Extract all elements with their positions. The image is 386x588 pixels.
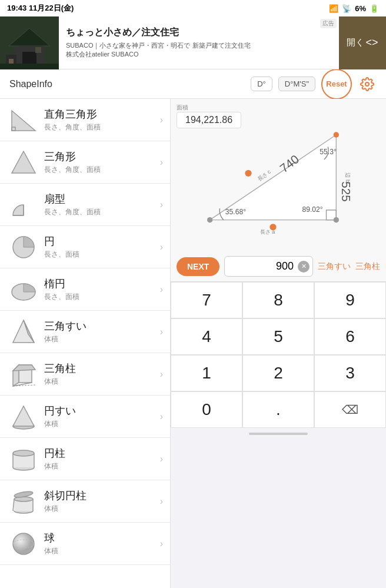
degree-dms-button[interactable]: D°M'S" [278, 77, 315, 91]
shape-cylinder-name: 円柱 [44, 446, 160, 460]
num-key-2[interactable]: 2 [242, 355, 314, 391]
shape-item-ellipse[interactable]: 楕円 長さ、面積 › [0, 268, 170, 311]
signal-icon: 📶 [329, 4, 338, 13]
time: 19:43 11月22日(金) [7, 3, 74, 14]
shape-right-triangle-name: 直角三角形 [44, 107, 160, 121]
shape-item-sphere[interactable]: 球 体積 › [0, 523, 170, 565]
area-label: 面積 [177, 104, 188, 112]
num-key-4[interactable]: 4 [171, 318, 242, 355]
shape-triangle-desc: 長さ、角度、面積 [44, 165, 160, 175]
shape-cylinder-info: 円柱 体積 [39, 446, 160, 471]
shape-sphere-name: 球 [44, 531, 160, 545]
shape-circle-info: 円 長さ、面積 [39, 234, 160, 260]
num-key-5[interactable]: 5 [242, 318, 314, 355]
main-layout: 直角三角形 長さ、角度、面積 › 三角形 長さ、角度、面積 › [0, 99, 386, 588]
triangular-pyramid-icon [7, 315, 39, 348]
right-triangle-icon [7, 104, 39, 136]
chevron-right-icon: › [160, 200, 163, 210]
shape-triangular-prism-info: 三角柱 体積 [39, 361, 160, 387]
shape-item-triangle[interactable]: 三角形 長さ、角度、面積 › [0, 141, 170, 184]
num-key-0[interactable]: 0 [171, 391, 242, 428]
status-icons: 📶 📡 6% 🔋 [329, 4, 379, 13]
shape-ellipse-name: 楕円 [44, 277, 160, 291]
battery-icon: 🔋 [370, 4, 379, 13]
ad-open-button[interactable]: 開く <> [339, 16, 386, 69]
svg-point-27 [13, 450, 34, 456]
shape-fan-desc: 長さ、角度、面積 [44, 207, 160, 217]
shape-oblique-cylinder-desc: 体積 [44, 504, 160, 514]
shape-item-fan[interactable]: 扇型 長さ、角度、面積 › [0, 184, 170, 226]
ad-subtitle: SUBACO｜小さな家を神戸・西宮・明石で 新築戸建て注文住宅 [66, 41, 332, 51]
shape-circle-desc: 長さ、面積 [44, 250, 160, 260]
triangular-prism-link[interactable]: 三角柱 [355, 261, 380, 272]
numpad: 7 8 9 4 5 6 1 2 3 0 . ⌫ [171, 281, 386, 428]
settings-gear-icon[interactable] [358, 75, 377, 94]
shape-circle-name: 円 [44, 234, 160, 248]
sphere-icon [7, 527, 39, 560]
num-key-7[interactable]: 7 [171, 282, 242, 318]
shape-fan-name: 扇型 [44, 192, 160, 206]
num-key-1[interactable]: 1 [171, 355, 242, 391]
svg-text:89.02°: 89.02° [302, 205, 322, 214]
chevron-right-icon: › [160, 539, 163, 549]
shape-item-oblique-cylinder[interactable]: 斜切円柱 体積 › [0, 480, 170, 523]
shape-item-right-triangle[interactable]: 直角三角形 長さ、角度、面積 › [0, 99, 170, 141]
shape-item-cone[interactable]: 円すい 体積 › [0, 396, 170, 438]
shape-triangle-info: 三角形 長さ、角度、面積 [39, 150, 160, 175]
num-key-6[interactable]: 6 [314, 318, 386, 355]
svg-marker-10 [12, 151, 35, 173]
circle-icon [7, 231, 39, 263]
shape-sphere-desc: 体積 [44, 546, 160, 556]
num-key-decimal[interactable]: . [242, 391, 314, 428]
shape-triangle-name: 三角形 [44, 150, 160, 164]
chevron-right-icon: › [160, 115, 163, 125]
ad-chevrons: <> [365, 36, 378, 49]
shape-triangular-prism-name: 三角柱 [44, 361, 160, 376]
ad-banner[interactable]: ちょっと小さめ／注文住宅 SUBACO｜小さな家を神戸・西宮・明石で 新築戸建て… [0, 16, 386, 69]
next-button[interactable]: NEXT [177, 257, 219, 276]
num-key-9[interactable]: 9 [314, 282, 386, 318]
chevron-right-icon: › [160, 284, 163, 295]
svg-rect-4 [35, 47, 41, 53]
home-indicator-bar [171, 428, 386, 440]
svg-line-34 [13, 499, 14, 511]
svg-text:525: 525 [340, 181, 353, 201]
chevron-right-icon: › [160, 496, 163, 507]
value-input-wrapper: ✕ [224, 256, 313, 277]
degree-d-button[interactable]: D° [251, 77, 272, 91]
wifi-icon: 📡 [342, 4, 351, 13]
reset-button[interactable]: Reset [321, 69, 352, 99]
ad-title: ちょっと小さめ／注文住宅 [66, 26, 332, 39]
triangular-prism-icon [7, 358, 39, 390]
cone-icon [7, 400, 39, 433]
ad-image [0, 16, 59, 69]
battery-label: 6% [355, 4, 366, 13]
triangular-pyramid-link[interactable]: 三角すい [318, 261, 351, 272]
header: ShapeInfo D° D°M'S" Reset [0, 69, 386, 99]
shape-sphere-info: 球 体積 [39, 531, 160, 556]
num-key-backspace[interactable]: ⌫ [314, 391, 386, 428]
chevron-right-icon: › [160, 454, 163, 464]
chevron-right-icon: › [160, 242, 163, 253]
input-row: NEXT ✕ 三角すい 三角柱 [171, 256, 386, 277]
shape-item-triangular-prism[interactable]: 三角柱 体積 › [0, 353, 170, 396]
clear-input-button[interactable]: ✕ [298, 261, 310, 273]
svg-point-42 [334, 217, 339, 222]
svg-rect-6 [9, 59, 14, 64]
right-panel: 面積 194,221.86 [171, 99, 386, 588]
svg-point-36 [13, 533, 34, 554]
shape-cone-info: 円すい 体積 [39, 404, 160, 429]
shape-item-triangular-pyramid[interactable]: 三角すい 体積 › [0, 311, 170, 353]
svg-point-43 [245, 170, 251, 177]
shape-item-circle[interactable]: 円 長さ、面積 › [0, 226, 170, 268]
fan-icon [7, 188, 39, 221]
chevron-right-icon: › [160, 369, 163, 380]
status-bar: 19:43 11月22日(金) 📶 📡 6% 🔋 [0, 0, 386, 16]
cylinder-icon [7, 443, 39, 475]
shape-cone-desc: 体積 [44, 419, 160, 429]
num-key-3[interactable]: 3 [314, 355, 386, 391]
shape-item-cylinder[interactable]: 円柱 体積 › [0, 438, 170, 480]
svg-point-41 [334, 132, 339, 137]
num-key-8[interactable]: 8 [242, 282, 314, 318]
ad-mark: 広告 [320, 19, 337, 28]
